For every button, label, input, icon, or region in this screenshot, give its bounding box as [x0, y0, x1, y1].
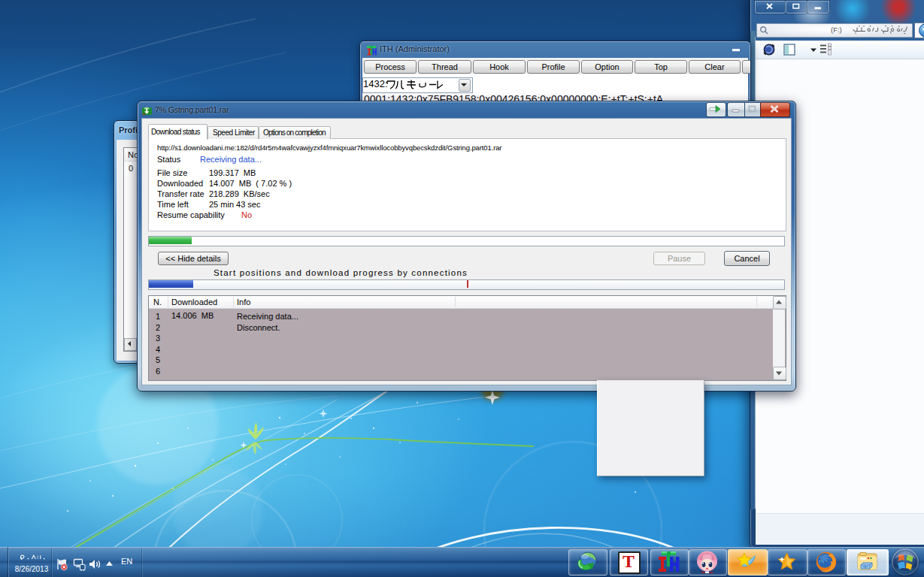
- svg-text:(F:): (F:): [831, 26, 842, 34]
